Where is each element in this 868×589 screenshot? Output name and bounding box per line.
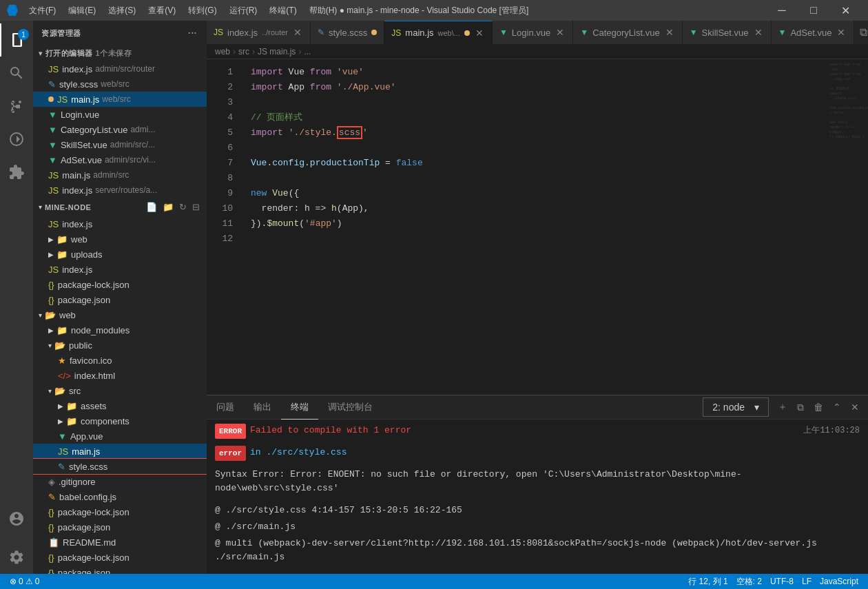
tab-close-icon[interactable]: ✕ xyxy=(555,27,566,38)
open-file-skillset-vue[interactable]: ▼ SkillSet.vue admin/src/... xyxy=(33,137,207,152)
open-file-style-scss[interactable]: ✎ style.scss web/src xyxy=(33,76,207,92)
code-editor[interactable]: 1 2 3 4 5 6 7 8 9 10 11 12 import Vue fr… xyxy=(207,59,868,395)
tree-readme[interactable]: 📋 README.md xyxy=(33,535,207,550)
panel-tab-terminal[interactable]: 终端 xyxy=(281,395,318,420)
breadcrumb-js[interactable]: JS main.js xyxy=(258,47,296,56)
menu-help[interactable]: 帮助(H) xyxy=(304,3,343,18)
menu-view[interactable]: 查看(V) xyxy=(143,3,181,18)
menu-file[interactable]: 文件(F) xyxy=(23,3,61,18)
activity-source-control[interactable] xyxy=(0,90,33,123)
tab-close-icon[interactable]: ✕ xyxy=(836,27,847,38)
maximize-panel-icon[interactable]: ⌃ xyxy=(829,400,845,415)
tree-app-vue[interactable]: ▼ App.vue xyxy=(33,428,207,444)
spaces-text: 空格: 2 xyxy=(736,576,762,588)
tree-item-label: package-lock.json xyxy=(58,507,130,517)
open-file-main-admin[interactable]: JS main.js admin/src xyxy=(33,167,207,183)
panel-content: ERROR Failed to compile with 1 error 上午1… xyxy=(207,420,868,574)
tree-assets[interactable]: ▶ 📁 assets xyxy=(33,398,207,413)
tab-label: index.js xyxy=(227,28,258,38)
tree-package-json-3[interactable]: {} package.json xyxy=(33,565,207,574)
tree-babel-config[interactable]: ✎ babel.config.js xyxy=(33,489,207,504)
open-file-categorylist-vue[interactable]: ▼ CategoryList.vue admi... xyxy=(33,122,207,137)
refresh-icon[interactable]: ↻ xyxy=(178,200,188,214)
collapse-icon[interactable]: ⊟ xyxy=(191,200,201,214)
activity-explorer[interactable]: 1 xyxy=(0,23,33,56)
close-panel-icon[interactable]: ✕ xyxy=(847,400,862,415)
delete-terminal-icon[interactable]: 🗑 xyxy=(810,400,827,415)
status-encoding[interactable]: UTF-8 xyxy=(766,574,798,589)
open-editors-header[interactable]: ▾ 打开的编辑器 1个未保存 xyxy=(33,45,207,61)
tree-uploads-folder[interactable]: ▶ 📁 uploads xyxy=(33,247,207,262)
breadcrumb-dots[interactable]: ... xyxy=(304,47,311,56)
tree-package-json[interactable]: {} package.json xyxy=(33,292,207,307)
status-line-ending[interactable]: LF xyxy=(798,574,816,589)
code-content[interactable]: import Vue from 'vue' import App from '.… xyxy=(240,59,827,395)
panel-tab-issues[interactable]: 问题 xyxy=(207,395,244,420)
breadcrumb-web[interactable]: web xyxy=(215,47,230,56)
tab-close-icon[interactable]: ✕ xyxy=(664,27,675,38)
tree-index-html[interactable]: </> index.html xyxy=(33,368,207,383)
tab-close-icon[interactable]: ✕ xyxy=(753,27,764,38)
breadcrumb-src[interactable]: src xyxy=(238,47,249,56)
open-file-index-router[interactable]: JS index.js admin/src/router xyxy=(33,61,207,76)
tab-categorylist-vue[interactable]: ▼ CategoryList.vue ✕ xyxy=(573,21,682,45)
panel-tab-debug[interactable]: 调试控制台 xyxy=(318,395,382,420)
tree-web-folder[interactable]: ▶ 📁 web xyxy=(33,231,207,247)
tree-package-lock[interactable]: {} package-lock.json xyxy=(33,277,207,292)
activity-extensions[interactable] xyxy=(0,156,33,189)
tab-style-scss[interactable]: ✎ style.scss xyxy=(311,21,384,45)
close-button[interactable]: ✕ xyxy=(829,0,861,21)
tree-src[interactable]: ▾ 📂 src xyxy=(33,383,207,398)
terminal-dropdown[interactable]: 2: node ▾ xyxy=(703,397,769,417)
activity-search[interactable] xyxy=(0,56,33,90)
tree-web-open[interactable]: ▾ 📂 web xyxy=(33,307,207,322)
tree-components[interactable]: ▶ 📁 components xyxy=(33,413,207,428)
tab-index-js[interactable]: JS index.js ../router ✕ xyxy=(207,21,311,45)
minimize-button[interactable]: ─ xyxy=(766,0,798,21)
tree-favicon[interactable]: ★ favicon.ico xyxy=(33,353,207,368)
open-file-index-server[interactable]: JS index.js server/routes/a... xyxy=(33,183,207,198)
tab-login-vue[interactable]: ▼ Login.vue ✕ xyxy=(493,21,573,45)
tree-public[interactable]: ▾ 📂 public xyxy=(33,338,207,353)
menu-run[interactable]: 运行(R) xyxy=(224,3,263,18)
status-errors[interactable]: ⊗ 0 ⚠ 0 xyxy=(6,574,43,589)
tab-close-icon[interactable]: ✕ xyxy=(474,28,485,39)
status-spaces[interactable]: 空格: 2 xyxy=(732,574,766,589)
more-options-icon[interactable]: ··· xyxy=(187,26,198,40)
menu-edit[interactable]: 编辑(E) xyxy=(63,3,101,18)
status-language[interactable]: JavaScript xyxy=(816,574,862,589)
tree-main-js-selected[interactable]: JS main.js xyxy=(33,444,207,459)
activity-settings[interactable] xyxy=(0,541,33,574)
add-terminal-icon[interactable]: ＋ xyxy=(774,399,791,415)
tree-gitignore[interactable]: ◈ .gitignore xyxy=(33,474,207,489)
menu-terminal[interactable]: 终端(T) xyxy=(264,3,302,18)
open-file-main-js[interactable]: JS main.js web/src xyxy=(33,92,207,107)
open-file-adset-vue[interactable]: ▼ AdSet.vue admin/src/vi... xyxy=(33,152,207,167)
split-editor-button[interactable]: ⧉ xyxy=(854,26,868,39)
menu-goto[interactable]: 转到(G) xyxy=(183,3,222,18)
titlebar-left: 文件(F) 编辑(E) 选择(S) 查看(V) 转到(G) 运行(R) 终端(T… xyxy=(7,3,342,18)
tree-style-scss[interactable]: ✎ style.scss xyxy=(33,459,207,474)
tree-index-js-2[interactable]: JS index.js xyxy=(33,262,207,277)
split-terminal-icon[interactable]: ⧉ xyxy=(794,400,807,415)
tree-package-json-2[interactable]: {} package.json xyxy=(33,519,207,535)
open-file-login-vue[interactable]: ▼ Login.vue xyxy=(33,107,207,122)
new-folder-icon[interactable]: 📁 xyxy=(161,200,175,214)
panel-tab-output[interactable]: 输出 xyxy=(244,395,281,420)
tab-adset-vue[interactable]: ▼ AdSet.vue ✕ xyxy=(772,21,855,45)
vue-file-icon: ▼ xyxy=(48,125,57,135)
tab-close-icon[interactable]: ✕ xyxy=(292,27,303,38)
activity-accounts[interactable] xyxy=(0,502,33,535)
new-file-icon[interactable]: 📄 xyxy=(145,200,158,214)
tab-skillset-vue[interactable]: ▼ SkillSet.vue ✕ xyxy=(683,21,772,45)
menu-select[interactable]: 选择(S) xyxy=(103,3,141,18)
tree-package-lock-2[interactable]: {} package-lock.json xyxy=(33,504,207,519)
tab-main-js[interactable]: JS main.js web\... ✕ xyxy=(384,21,493,45)
tree-index-js[interactable]: JS index.js xyxy=(33,216,207,231)
open-file-name: SkillSet.vue xyxy=(61,140,107,150)
maximize-button[interactable]: □ xyxy=(798,0,829,21)
tree-node-modules[interactable]: ▶ 📁 node_modules xyxy=(33,322,207,338)
tree-package-lock-3[interactable]: {} package-lock.json xyxy=(33,550,207,565)
status-position[interactable]: 行 12, 列 1 xyxy=(684,574,732,589)
activity-run[interactable] xyxy=(0,123,33,156)
